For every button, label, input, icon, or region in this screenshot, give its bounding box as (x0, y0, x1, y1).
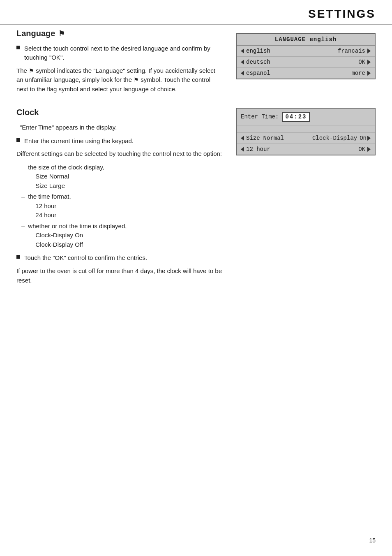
clock-bullet-2-text: Touch the "OK" control to confirm the en… (24, 253, 147, 262)
clock-ok-btn[interactable]: OK (358, 146, 371, 153)
language-lcd-panel: LANGUAGE english english francais (236, 33, 376, 79)
clock-display-label: Clock-Display (312, 135, 357, 141)
clock-bullet-1-text: Enter the current time using the keypad. (24, 137, 134, 146)
language-text-col: Language ⚑ Select the touch control next… (16, 29, 224, 98)
flag-icon: ⚑ (58, 29, 65, 38)
clock-display-off: Clock-Display Off (35, 240, 127, 250)
clock-lcd-panel: Enter Time: 04:23 Size Normal Clock-Dis (236, 108, 376, 155)
right-arrow-icon (367, 71, 371, 76)
dash-symbol: – (21, 192, 25, 220)
clock-12hour-btn[interactable]: 12 hour (241, 146, 270, 153)
page-title: SETTINGS (16, 7, 376, 21)
right-arrow-icon (367, 60, 371, 65)
flag-icon-inline2: ⚑ (134, 76, 139, 83)
dash-symbol: – (21, 163, 25, 191)
language-more-label: more (351, 70, 365, 76)
flag-icon-inline: ⚑ (29, 67, 34, 74)
clock-display-on: Clock-Display On (35, 231, 127, 240)
clock-para-1: "Enter Time" appears in the display. (20, 123, 224, 132)
language-deutsch-label: deutsch (246, 59, 270, 65)
clock-24hour: 24 hour (35, 211, 71, 220)
language-panel-col: LANGUAGE english english francais (236, 29, 376, 88)
clock-panel-col: Enter Time: 04:23 Size Normal Clock-Dis (236, 108, 376, 164)
language-ok-btn[interactable]: OK (358, 59, 371, 65)
clock-12hour-label: 12 hour (246, 146, 270, 153)
clock-bullet-2: Touch the "OK" control to confirm the en… (16, 253, 224, 262)
clock-bullet-1: Enter the current time using the keypad. (16, 137, 224, 146)
bullet-square (16, 255, 20, 259)
clock-dash-item-3: – whether or not the time is displayed, … (21, 222, 224, 250)
clock-12hour: 12 hour (35, 202, 71, 211)
right-arrow-icon (367, 136, 371, 141)
page-number: 15 (369, 537, 376, 544)
left-arrow-icon (241, 49, 244, 53)
left-arrow-icon (241, 147, 244, 152)
clock-normal-label: Normal (263, 135, 284, 141)
language-para-1: The ⚑ symbol indicates the "Language" se… (16, 66, 224, 94)
clock-lcd-row-2[interactable]: 12 hour OK (237, 144, 375, 155)
language-espanol-btn[interactable]: espanol (241, 70, 270, 76)
language-francais-label: francais (338, 48, 365, 54)
language-deutsch-btn[interactable]: deutsch (241, 59, 270, 65)
language-ok-label: OK (358, 59, 365, 65)
clock-size-large: Size Large (35, 181, 104, 191)
right-arrow-icon (367, 147, 371, 152)
clock-on-label: On (360, 135, 367, 141)
right-arrow-icon (367, 49, 371, 53)
clock-lcd-spacer-row (237, 125, 375, 133)
clock-size-normal: Size Normal (35, 172, 104, 181)
clock-ok-label: OK (358, 146, 365, 153)
clock-heading: Clock (16, 108, 224, 117)
clock-dash-item-1: – the size of the clock display, Size No… (21, 163, 224, 191)
dash-symbol: – (21, 222, 25, 250)
clock-size-label: Size (246, 135, 260, 141)
clock-lcd-row-1[interactable]: Size Normal Clock-Display On (237, 133, 375, 144)
left-arrow-icon (241, 71, 244, 76)
language-english-btn[interactable]: english (241, 48, 270, 54)
bullet-square (16, 138, 20, 142)
language-lcd-title: LANGUAGE english (237, 34, 375, 46)
enter-time-input[interactable]: 04:23 (282, 112, 310, 122)
language-lcd-row-1[interactable]: english francais (237, 46, 375, 57)
clock-text-col: Clock "Enter Time" appears in the displa… (16, 108, 224, 289)
clock-dash-item-3-text: whether or not the time is displayed, (28, 222, 127, 229)
bullet-square (16, 46, 20, 49)
left-arrow-icon (241, 60, 244, 65)
clock-dash-list: – the size of the clock display, Size No… (21, 163, 224, 250)
language-heading: Language ⚑ (16, 29, 224, 38)
language-more-btn[interactable]: more (351, 70, 371, 76)
clock-para-2: Different settings can be selected by to… (16, 149, 224, 159)
clock-enter-time-row: Enter Time: 04:23 (237, 109, 375, 125)
page-header: SETTINGS (0, 0, 392, 25)
clock-size-btn[interactable]: Size (241, 135, 260, 141)
language-francais-btn[interactable]: francais (338, 48, 371, 54)
clock-dash-item-2: – the time format, 12 hour 24 hour (21, 192, 224, 220)
language-espanol-label: espanol (246, 70, 270, 76)
language-bullet-1: Select the touch control next to the des… (16, 44, 224, 62)
language-bullet-1-text: Select the touch control next to the des… (24, 44, 224, 62)
clock-dash-item-1-text: the size of the clock display, (28, 164, 104, 171)
left-arrow-icon (241, 136, 244, 141)
clock-para-3: If power to the oven is cut off for more… (16, 266, 224, 285)
language-lcd-row-2[interactable]: deutsch OK (237, 57, 375, 68)
language-english-label: english (246, 48, 270, 54)
clock-dash-item-2-text: the time format, (28, 193, 71, 200)
enter-time-label: Enter Time: (241, 114, 279, 120)
language-lcd-row-3[interactable]: espanol more (237, 68, 375, 79)
